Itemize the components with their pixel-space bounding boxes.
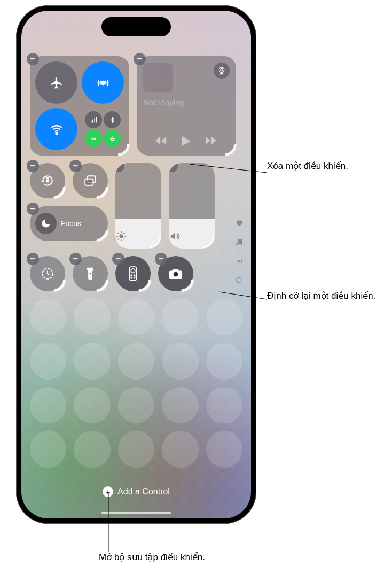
wifi-icon (50, 122, 64, 136)
resize-handle[interactable] (182, 280, 194, 292)
play-button[interactable] (182, 136, 191, 146)
svg-rect-5 (96, 117, 97, 122)
camera-icon (168, 268, 183, 280)
svg-line-36 (190, 164, 267, 173)
svg-line-19 (118, 233, 119, 234)
sun-icon (115, 230, 127, 242)
empty-slot[interactable] (74, 387, 110, 423)
svg-line-22 (124, 233, 125, 234)
svg-line-21 (118, 239, 119, 240)
remove-brightness-button[interactable]: − (115, 163, 124, 172)
tv-remote-button[interactable]: − (115, 256, 151, 291)
remove-orientation-button[interactable]: − (27, 160, 39, 172)
svg-point-33 (240, 243, 242, 245)
media-artwork (143, 63, 173, 92)
svg-rect-3 (92, 119, 93, 122)
resize-handle[interactable] (118, 144, 130, 156)
volume-slider[interactable]: − (169, 163, 215, 249)
dynamic-island (101, 17, 171, 36)
remove-camera-button[interactable]: − (155, 253, 167, 265)
resize-handle[interactable] (97, 187, 108, 199)
screen-mirroring-icon (83, 174, 97, 188)
orientation-lock-icon (41, 174, 54, 188)
empty-slot[interactable] (206, 387, 242, 423)
bluetooth-icon (104, 111, 121, 128)
screen: − (21, 11, 251, 518)
empty-slot[interactable] (206, 299, 242, 335)
airplane-mode-toggle[interactable] (35, 61, 77, 104)
resize-handle[interactable] (54, 187, 66, 199)
empty-slot[interactable] (30, 299, 66, 335)
remove-volume-button[interactable]: − (169, 163, 178, 172)
callout-resize: Định cỡ lại một điều khiển. (267, 290, 375, 303)
home-indicator[interactable] (101, 512, 171, 514)
empty-slot[interactable] (118, 343, 154, 379)
empty-slot[interactable] (118, 299, 154, 335)
page-indicators[interactable] (235, 219, 244, 284)
empty-slot[interactable] (206, 431, 242, 467)
empty-slot[interactable] (162, 299, 198, 335)
add-control-button[interactable]: + Add a Control (21, 486, 251, 497)
moon-icon (41, 218, 51, 229)
remove-timer-button[interactable]: − (27, 253, 39, 265)
orientation-lock-toggle[interactable]: − (30, 163, 65, 198)
screen-mirroring-button[interactable]: − (73, 163, 108, 198)
svg-rect-11 (46, 180, 49, 182)
svg-rect-13 (85, 179, 93, 185)
empty-slot[interactable] (30, 387, 66, 423)
svg-point-10 (221, 69, 223, 71)
hotspot-icon (85, 130, 102, 147)
empty-slot[interactable] (162, 343, 198, 379)
connectivity-module[interactable]: − (30, 56, 129, 156)
signal-icon (235, 257, 244, 266)
resize-handle[interactable] (97, 230, 108, 242)
resize-handle[interactable] (54, 280, 66, 292)
callout-gallery: Mở bộ sưu tập điều khiển. (99, 552, 205, 564)
remove-mirroring-button[interactable]: − (69, 160, 82, 172)
svg-point-30 (134, 277, 135, 278)
music-note-icon (235, 238, 244, 246)
remove-media-button[interactable]: − (134, 53, 146, 65)
svg-line-37 (219, 292, 267, 299)
empty-slot[interactable] (118, 431, 154, 467)
svg-point-26 (131, 269, 135, 273)
prev-track-button[interactable] (155, 136, 167, 146)
empty-slot[interactable] (74, 343, 110, 379)
remove-remote-button[interactable]: − (112, 253, 124, 265)
heart-icon (235, 219, 244, 227)
resize-handle[interactable] (225, 144, 237, 156)
control-center-edit: − (30, 56, 242, 508)
resize-handle[interactable] (139, 280, 151, 292)
airdrop-toggle[interactable] (82, 61, 124, 104)
resize-handle[interactable] (203, 237, 215, 249)
airdrop-icon (96, 76, 110, 90)
brightness-slider[interactable]: − (115, 163, 161, 249)
empty-slot[interactable] (118, 387, 154, 423)
empty-slot[interactable] (162, 431, 198, 467)
svg-point-34 (239, 261, 240, 262)
svg-point-31 (174, 272, 178, 277)
camera-button[interactable]: − (158, 256, 193, 291)
timer-button[interactable]: − (30, 256, 65, 291)
media-module[interactable]: − Not Playing (137, 56, 236, 156)
empty-slot[interactable] (74, 299, 110, 335)
remove-focus-button[interactable]: − (27, 203, 39, 215)
circle-icon (235, 276, 242, 284)
empty-slot[interactable] (206, 343, 242, 379)
empty-slot[interactable] (30, 343, 66, 379)
remove-connectivity-button[interactable]: − (27, 53, 39, 65)
speaker-icon (169, 230, 181, 242)
next-track-button[interactable] (206, 136, 217, 146)
airplay-button[interactable] (214, 63, 230, 79)
callout-delete: Xóa một điều khiển. (267, 160, 348, 173)
resize-handle[interactable] (97, 280, 108, 292)
svg-rect-2 (90, 121, 91, 122)
empty-slot[interactable] (162, 387, 198, 423)
empty-slot[interactable] (30, 431, 66, 467)
resize-handle[interactable] (150, 237, 161, 249)
empty-slot[interactable] (74, 431, 110, 467)
wifi-toggle[interactable] (35, 108, 77, 150)
focus-button[interactable]: − Focus (30, 206, 108, 241)
remove-flashlight-button[interactable]: − (69, 253, 82, 265)
flashlight-button[interactable]: − (73, 256, 108, 291)
